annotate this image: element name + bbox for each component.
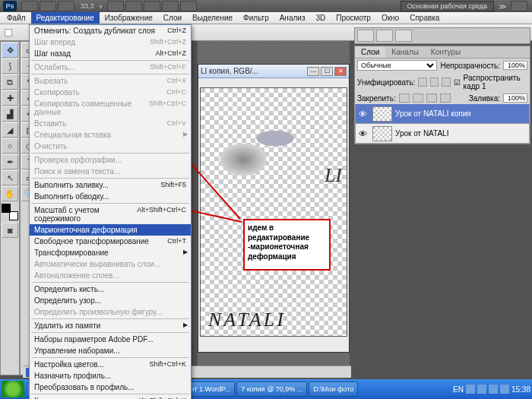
visibility-icon[interactable]: 👁	[356, 129, 369, 138]
menu-image[interactable]: Изображение	[100, 12, 158, 24]
bridge-icon[interactable]	[21, 1, 38, 11]
zoom-level[interactable]: 33,3	[81, 2, 94, 10]
tray-icon[interactable]	[477, 385, 486, 394]
menu-item[interactable]: Управление наборами...	[30, 345, 191, 356]
unify-btn1[interactable]	[418, 78, 426, 87]
zoom-icon[interactable]	[125, 1, 142, 11]
unify-label: Унифицировать:	[357, 78, 415, 87]
menu-help[interactable]: Справка	[404, 12, 445, 24]
menu-item[interactable]: Выполнить обводку...	[30, 191, 191, 202]
document-window: LI копия, RGB/... — ☐ ✕ LI NATALI	[198, 64, 350, 353]
mini-bridge-icon[interactable]	[40, 1, 56, 11]
menu-item[interactable]: Трансформирование▶	[30, 247, 191, 258]
menu-item[interactable]: Наборы параметров Adobe PDF...	[30, 334, 191, 345]
tab-channels[interactable]: Каналы	[385, 46, 425, 58]
menu-item[interactable]: Назначить профиль...	[30, 370, 191, 382]
tray-icon[interactable]	[466, 385, 475, 394]
menu-filter[interactable]: Фильтр	[238, 12, 274, 24]
blur-tool[interactable]: ○	[2, 138, 18, 154]
menu-analysis[interactable]: Анализ	[274, 12, 311, 24]
menu-select[interactable]: Выделение	[187, 12, 238, 24]
quickmask-tool[interactable]: ◙	[2, 223, 18, 238]
menu-view[interactable]: Просмотр	[331, 12, 376, 24]
menu-item[interactable]: Преобразовать в профиль...	[30, 382, 191, 393]
view-extras-icon[interactable]	[58, 1, 74, 11]
menu-item[interactable]: Определить кисть...	[30, 283, 191, 295]
menu-item[interactable]: Шаг назадAlt+Ctrl+Z	[30, 48, 191, 59]
layers-tabs: Слои Каналы Контуры	[355, 46, 530, 59]
maximize-button[interactable]: ☐	[321, 67, 333, 76]
hand-tool[interactable]: ✋	[2, 186, 18, 201]
unify-btn3[interactable]	[442, 78, 450, 87]
menu-item[interactable]: Свободное трансформированиеCtrl+T	[30, 236, 191, 247]
move-tool[interactable]: ✥	[2, 43, 18, 58]
menu-file[interactable]: Файл	[2, 12, 31, 24]
menu-item: Скопировать совмещенные данныеShift+Ctrl…	[30, 98, 191, 118]
menu-item: Автоналожение слоев...	[30, 270, 191, 281]
system-tray: EN 15:38	[453, 385, 530, 394]
healing-tool[interactable]: ✚	[2, 90, 18, 106]
lock-all[interactable]	[440, 93, 451, 103]
workspace-switcher[interactable]: Основная рабочая среда	[401, 1, 494, 11]
menu-item[interactable]: Определить узор...	[30, 295, 191, 306]
lang-indicator[interactable]: EN	[453, 385, 464, 394]
layer-row[interactable]: 👁 Урок от NATALI	[355, 124, 530, 144]
menu-item[interactable]: Масштаб с учетом содержимогоAlt+Shift+Ct…	[30, 204, 191, 224]
menu-item[interactable]: Марионеточная деформация	[30, 224, 191, 236]
auto-select-check[interactable]	[5, 29, 12, 36]
rotate-icon[interactable]	[144, 1, 160, 11]
menu-item[interactable]: Удалить из памяти▶	[30, 320, 191, 331]
bird-image	[201, 96, 307, 202]
unify-btn2[interactable]	[430, 78, 439, 87]
lock-trans[interactable]	[399, 93, 410, 103]
edit-menu-dropdown: Отменить: Создать дубликат слояCtrl+ZШаг…	[29, 24, 192, 399]
clock[interactable]: 15:38	[511, 385, 530, 394]
menu-item: Шаг впередShift+Ctrl+Z	[30, 36, 191, 48]
eraser-tool[interactable]: ◢	[2, 122, 18, 138]
fill-field[interactable]	[503, 93, 527, 103]
blend-mode-select[interactable]: Обычные	[357, 60, 437, 71]
menu-item: Автоматически выравнивать слои...	[30, 258, 191, 270]
tray-icon[interactable]	[500, 385, 509, 394]
menu-item: Ослабить...Shift+Ctrl+F	[30, 62, 191, 73]
close-button[interactable]: ✕	[334, 67, 347, 76]
screen-mode-icon[interactable]	[180, 1, 197, 11]
stamp-tool[interactable]: ▟	[2, 106, 18, 122]
doc-title: LI копия, RGB/...	[201, 67, 258, 75]
arrange-icon[interactable]	[162, 1, 179, 11]
opacity-field[interactable]	[503, 61, 527, 70]
menu-item[interactable]: Клавиатурные сокращения...Alt+Shift+Ctrl…	[30, 395, 191, 399]
visibility-icon[interactable]: 👁	[356, 109, 369, 119]
pen-tool[interactable]: ✒	[2, 154, 18, 169]
color-swatches[interactable]	[2, 204, 18, 220]
menu-3d[interactable]: 3D	[310, 12, 331, 24]
history-icon[interactable]	[357, 30, 374, 42]
layer-row[interactable]: 👁 Урок от NATALI копия	[355, 104, 530, 124]
menu-item[interactable]: Настройка цветов...Shift+Ctrl+K	[30, 359, 191, 370]
tab-paths[interactable]: Контуры	[425, 46, 467, 58]
tab-layers[interactable]: Слои	[355, 46, 385, 58]
path-tool[interactable]: ↖	[2, 170, 18, 185]
lock-pos[interactable]	[426, 93, 437, 103]
lock-pixels[interactable]	[413, 93, 423, 103]
minimize-button[interactable]: —	[307, 67, 319, 76]
menu-window[interactable]: Окно	[376, 12, 404, 24]
doc-canvas[interactable]: LI NATALI	[200, 87, 347, 337]
crop-tool[interactable]: ⧉	[2, 74, 18, 90]
menu-edit[interactable]: Редактирование	[31, 12, 100, 24]
styles-icon[interactable]	[395, 30, 412, 42]
tray-icon[interactable]	[489, 385, 498, 394]
start-button[interactable]	[2, 381, 24, 397]
menu-item[interactable]: Выполнить заливку...Shift+F5	[30, 179, 191, 191]
cs-live-icon[interactable]	[511, 1, 527, 11]
task-ps[interactable]: 7 копия @ 70,9% ...	[236, 382, 307, 397]
lasso-tool[interactable]: ⟆	[2, 59, 18, 74]
task-explorer[interactable]: D:\Мои фото	[309, 382, 358, 397]
annotation-callout: идем в редактирование -марионеточная деф…	[243, 219, 331, 271]
menu-layer[interactable]: Слои	[158, 12, 187, 24]
menu-item[interactable]: Отменить: Создать дубликат слояCtrl+Z	[30, 25, 191, 36]
swatches-icon[interactable]	[376, 30, 393, 42]
lock-label: Закрепить:	[357, 94, 396, 103]
doc-titlebar[interactable]: LI копия, RGB/... — ☐ ✕	[198, 65, 349, 78]
hand-icon[interactable]	[107, 1, 124, 11]
